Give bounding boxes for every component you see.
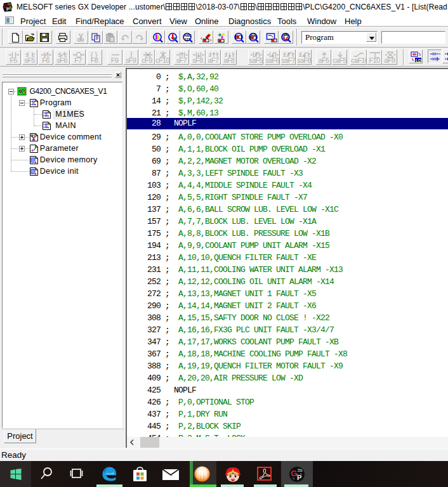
svg-text:123: 123 — [185, 37, 190, 41]
svg-text:LD: LD — [416, 58, 421, 62]
svg-text:S: S — [9, 5, 12, 11]
svg-text:G: G — [291, 469, 297, 478]
